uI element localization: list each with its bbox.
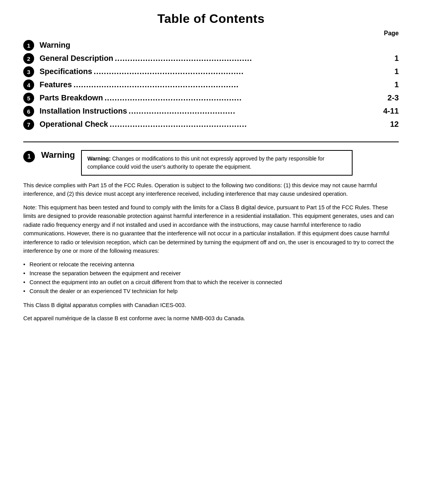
warning-text: Changes or modifications to this unit no…	[87, 155, 324, 170]
footer-line-2: Cet appareil numérique de la classe B es…	[23, 314, 399, 323]
toc-label-6: Installation Instructions	[40, 107, 127, 116]
toc-number-7: 7	[23, 119, 34, 130]
toc-entry-5: Parts Breakdown ........................…	[40, 93, 399, 102]
toc-dots-6: ........................................…	[129, 107, 382, 116]
section-1-header: 1 Warning Warning: Changes or modificati…	[23, 150, 399, 176]
toc-entry-4: Features ...............................…	[40, 80, 399, 89]
toc-number-3: 3	[23, 66, 34, 77]
body-paragraph-1: This device complies with Part 15 of the…	[23, 181, 399, 198]
toc-entry-6: Installation Instructions ..............…	[40, 107, 399, 116]
toc-label-5: Parts Breakdown	[40, 93, 103, 102]
toc-label-1: Warning	[40, 41, 70, 50]
toc-item-6: 6 Installation Instructions ............…	[23, 106, 399, 117]
bullet-item-1: Reorient or relocate the receiving anten…	[23, 260, 399, 269]
toc-page-5: 2-3	[387, 93, 399, 102]
toc-number-4: 4	[23, 79, 34, 90]
toc-number-1: 1	[23, 40, 34, 51]
page-label: Page	[23, 30, 399, 37]
toc-page-2: 1	[394, 54, 399, 63]
toc-entry-1: Warning	[40, 41, 399, 50]
section-1-title: Warning	[41, 150, 75, 160]
toc-number-6: 6	[23, 106, 34, 117]
toc-section: 1 Warning 2 General Description ........…	[23, 40, 399, 130]
toc-item-1: 1 Warning	[23, 40, 399, 51]
toc-dots-4: ........................................…	[73, 80, 393, 89]
bullet-list: Reorient or relocate the receiving anten…	[23, 260, 399, 296]
toc-item-3: 3 Specifications .......................…	[23, 66, 399, 77]
toc-dots-5: ........................................…	[104, 93, 386, 102]
toc-page-6: 4-11	[383, 107, 399, 116]
warning-bold-prefix: Warning:	[87, 155, 111, 162]
toc-page-3: 1	[394, 67, 399, 76]
toc-item-5: 5 Parts Breakdown ......................…	[23, 93, 399, 104]
warning-box: Warning: Changes or modifications to thi…	[81, 150, 353, 176]
section-1-number: 1	[23, 151, 35, 162]
toc-label-7: Operational Check	[40, 120, 108, 129]
toc-page-4: 1	[394, 80, 399, 89]
toc-dots-2: ........................................…	[115, 54, 393, 63]
toc-label-4: Features	[40, 80, 72, 89]
toc-dots-7: ........................................…	[110, 120, 389, 129]
toc-dots-3: ........................................…	[94, 67, 393, 76]
toc-label-2: General Description	[40, 54, 113, 63]
toc-entry-2: General Description ....................…	[40, 54, 399, 63]
section-divider	[23, 142, 399, 142]
page-title: Table of Contents	[23, 12, 399, 26]
toc-number-5: 5	[23, 93, 34, 104]
toc-item-2: 2 General Description ..................…	[23, 53, 399, 64]
footer-line-1: This Class B digital apparatus complies …	[23, 301, 399, 309]
toc-page-7: 12	[390, 120, 399, 129]
section-1-warning: 1 Warning Warning: Changes or modificati…	[23, 150, 399, 323]
toc-entry-7: Operational Check ......................…	[40, 120, 399, 129]
toc-entry-3: Specifications .........................…	[40, 67, 399, 76]
bullet-item-2: Increase the separation between the equi…	[23, 269, 399, 278]
toc-number-2: 2	[23, 53, 34, 64]
toc-label-3: Specifications	[40, 67, 92, 76]
body-paragraph-2: Note: This equipment has been tested and…	[23, 203, 399, 255]
bullet-item-4: Consult the dealer or an experienced TV …	[23, 287, 399, 296]
bullet-item-3: Connect the equipment into an outlet on …	[23, 278, 399, 287]
toc-item-4: 4 Features .............................…	[23, 79, 399, 90]
toc-item-7: 7 Operational Check ....................…	[23, 119, 399, 130]
